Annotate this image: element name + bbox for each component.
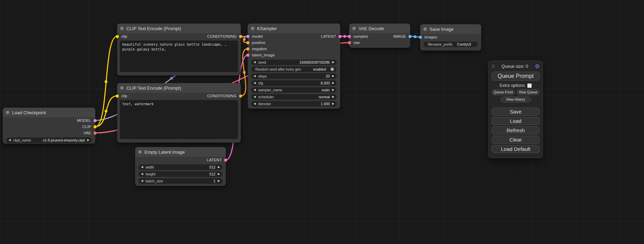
refresh-button[interactable]: Refresh — [492, 126, 540, 134]
conditioning-slot-dot[interactable] — [246, 47, 249, 51]
latent-slot-dot[interactable] — [246, 54, 249, 57]
node-save-image[interactable]: Save Image images filename_prefix ComfyU… — [420, 24, 481, 51]
conditioning-output-slot[interactable]: CONDITIONING — [207, 33, 241, 39]
latent-output-slot[interactable]: LATENT — [321, 33, 340, 39]
node-empty-latent-image[interactable]: Empty Latent Image LATENT ◀ width 512 ▶ … — [135, 147, 226, 186]
batch-size-widget[interactable]: ◀ batch_size 1 ▶ — [139, 178, 222, 184]
collapse-dot[interactable] — [6, 111, 9, 114]
increment-arrow-icon[interactable]: ▶ — [332, 102, 334, 105]
conditioning-output-slot[interactable]: CONDITIONING — [207, 93, 241, 99]
latent-output-slot[interactable]: LATENT — [207, 157, 226, 163]
collapse-dot[interactable] — [352, 27, 356, 30]
next-arrow-icon[interactable]: ▶ — [332, 89, 334, 91]
node-title-bar[interactable]: CLIP Text Encode (Prompt) — [117, 83, 241, 93]
next-arrow-icon[interactable]: ▶ — [332, 96, 334, 98]
height-widget[interactable]: ◀ height 512 ▶ — [139, 171, 222, 177]
increment-arrow-icon[interactable]: ▶ — [218, 180, 220, 182]
decrement-arrow-icon[interactable]: ◀ — [254, 61, 256, 64]
prev-arrow-icon[interactable]: ◀ — [9, 139, 11, 142]
decrement-arrow-icon[interactable]: ◀ — [254, 75, 256, 78]
node-title-bar[interactable]: KSampler — [248, 24, 340, 33]
vae-slot-dot[interactable] — [94, 132, 97, 135]
node-title-bar[interactable]: Load Checkpoint — [3, 108, 95, 117]
clip-slot-dot[interactable] — [94, 125, 97, 128]
collapse-dot[interactable] — [423, 27, 427, 31]
decrement-arrow-icon[interactable]: ◀ — [141, 180, 143, 182]
decrement-arrow-icon[interactable]: ◀ — [141, 173, 143, 175]
clip-slot-dot[interactable] — [116, 94, 119, 98]
decrement-arrow-icon[interactable]: ◀ — [141, 166, 143, 169]
increment-arrow-icon[interactable]: ▶ — [332, 82, 334, 84]
collapse-dot[interactable] — [251, 27, 254, 30]
prompt-textarea[interactable]: beautiful scenery nature glass bottle la… — [120, 40, 238, 72]
node-vae-decode[interactable]: VAE Decode samples IMAGE vae — [349, 24, 410, 48]
prev-arrow-icon[interactable]: ◀ — [254, 96, 256, 98]
ckpt-name-widget[interactable]: ◀ ckpt_name v1-5-pruned-emaonly.ckpt ▶ — [6, 137, 92, 143]
toggle-dot[interactable] — [330, 67, 334, 71]
images-input-slot[interactable]: images — [420, 34, 437, 40]
prompt-textarea[interactable]: text, watermark — [120, 100, 238, 139]
increment-arrow-icon[interactable]: ▶ — [218, 173, 220, 175]
node-title-bar[interactable]: CLIP Text Encode (Prompt) — [117, 24, 241, 33]
collapse-dot[interactable] — [120, 86, 124, 90]
collapse-dot[interactable] — [138, 150, 142, 154]
model-output-slot[interactable]: MODEL — [77, 117, 95, 124]
view-history-button[interactable]: View History — [501, 97, 531, 102]
random-seed-toggle-widget[interactable]: Random seed after every gen enabled — [251, 66, 337, 72]
samples-input-slot[interactable]: samples — [349, 33, 368, 39]
denoise-widget[interactable]: ◀ denoise 1.000 ▶ — [251, 101, 337, 107]
steps-widget[interactable]: ◀ steps 20 ▶ — [251, 73, 337, 79]
latent-slot-dot[interactable] — [348, 35, 351, 38]
image-slot-dot[interactable] — [408, 35, 412, 38]
clip-input-slot[interactable]: clip — [117, 93, 127, 99]
image-output-slot[interactable]: IMAGE — [393, 33, 410, 39]
drag-handle-icon[interactable]: ⠿ — [492, 64, 495, 69]
cfg-widget[interactable]: ◀ cfg 8.000 ▶ — [251, 80, 337, 86]
node-load-checkpoint[interactable]: Load Checkpoint MODEL CLIP VAE ◀ ckpt_na… — [3, 108, 95, 144]
node-graph-canvas[interactable]: Load Checkpoint MODEL CLIP VAE ◀ ckpt_na… — [0, 0, 644, 244]
vae-slot-dot[interactable] — [348, 41, 351, 44]
decrement-arrow-icon[interactable]: ◀ — [254, 82, 256, 84]
image-slot-dot[interactable] — [419, 36, 422, 39]
node-ksampler[interactable]: KSampler model LATENT positive negative — [248, 24, 340, 109]
latent-slot-dot[interactable] — [224, 159, 227, 162]
collapse-dot[interactable] — [120, 27, 124, 30]
conditioning-slot-dot[interactable] — [246, 41, 249, 44]
model-slot-dot[interactable] — [246, 35, 249, 38]
conditioning-slot-dot[interactable] — [239, 94, 242, 98]
load-default-button[interactable]: Load Default — [492, 145, 540, 153]
queue-front-button[interactable]: Queue Front — [492, 89, 515, 95]
node-title-bar[interactable]: Empty Latent Image — [135, 147, 226, 157]
width-widget[interactable]: ◀ width 512 ▶ — [139, 164, 222, 170]
scheduler-widget[interactable]: ◀ scheduler normal ▶ — [251, 94, 337, 100]
prev-arrow-icon[interactable]: ◀ — [254, 89, 256, 91]
vae-input-slot[interactable]: vae — [349, 39, 360, 46]
extra-options-checkbox[interactable] — [527, 83, 532, 88]
conditioning-slot-dot[interactable] — [239, 35, 242, 38]
filename-prefix-widget[interactable]: filename_prefix ComfyUI — [424, 42, 478, 47]
node-clip-text-encode-negative[interactable]: CLIP Text Encode (Prompt) clip CONDITION… — [117, 83, 241, 143]
save-button[interactable]: Save — [492, 108, 540, 116]
load-button[interactable]: Load — [492, 117, 540, 125]
settings-gear-icon[interactable]: ⚙ — [535, 64, 540, 69]
model-input-slot[interactable]: model — [248, 33, 263, 39]
node-title-bar[interactable]: Save Image — [420, 24, 481, 34]
decrement-arrow-icon[interactable]: ◀ — [254, 102, 256, 105]
node-title-bar[interactable]: VAE Decode — [349, 24, 410, 33]
view-queue-button[interactable]: View Queue — [517, 89, 540, 95]
clip-output-slot[interactable]: CLIP — [82, 124, 95, 130]
clip-slot-dot[interactable] — [116, 35, 119, 38]
next-arrow-icon[interactable]: ▶ — [87, 139, 89, 142]
vae-output-slot[interactable]: VAE — [83, 130, 95, 136]
increment-arrow-icon[interactable]: ▶ — [332, 75, 334, 78]
latent-slot-dot[interactable] — [338, 35, 342, 38]
model-slot-dot[interactable] — [94, 119, 97, 122]
latent-image-input-slot[interactable]: latent_image — [248, 52, 275, 58]
positive-input-slot[interactable]: positive — [248, 39, 265, 46]
increment-arrow-icon[interactable]: ▶ — [332, 61, 334, 64]
clear-button[interactable]: Clear — [492, 136, 540, 144]
clip-input-slot[interactable]: clip — [117, 33, 127, 39]
seed-widget[interactable]: ◀ seed 156680208700286 ▶ — [251, 60, 337, 65]
queue-prompt-button[interactable]: Queue Prompt — [492, 72, 540, 81]
node-clip-text-encode-positive[interactable]: CLIP Text Encode (Prompt) clip CONDITION… — [117, 24, 241, 75]
